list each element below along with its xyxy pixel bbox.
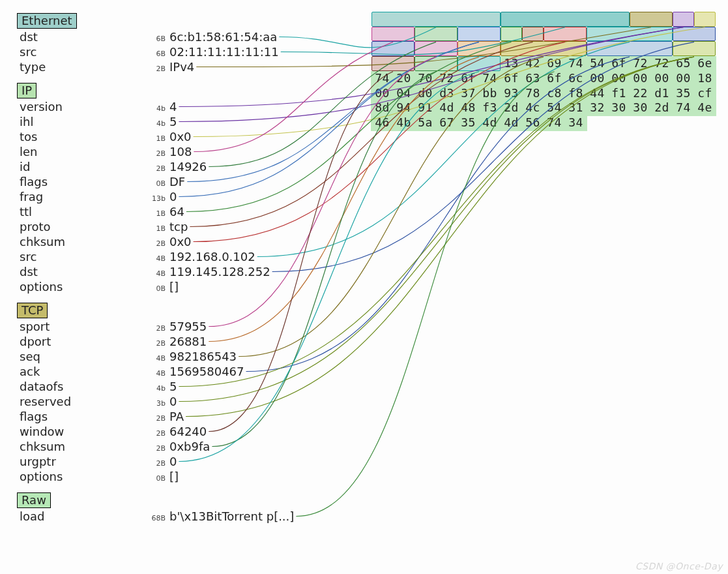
field-size: 4B	[143, 354, 169, 363]
field-value: 26881	[169, 335, 207, 348]
hex-row: 742070726f746f636f6c000000000018	[371, 71, 716, 86]
hex-byte: 48	[458, 100, 479, 115]
field-value: 4	[169, 100, 177, 113]
field-name: reserved	[17, 395, 143, 408]
hex-byte: 00	[371, 86, 393, 101]
hex-byte: cf	[694, 86, 716, 101]
hex-byte: 00	[694, 12, 716, 27]
hex-byte: 11	[565, 12, 587, 27]
hex-byte: 74	[371, 71, 393, 86]
field-value: 119.145.128.252	[169, 265, 270, 279]
field-ethernet-dst: dst6B6c:b1:58:61:54:aa	[17, 30, 369, 45]
hex-byte: 20	[393, 71, 415, 86]
hex-byte: 67	[436, 115, 458, 130]
field-ip-chksum: chksum2B0x0	[17, 235, 369, 250]
field-size: 4b	[143, 384, 169, 393]
hex-byte: e5	[630, 41, 651, 56]
field-name: dport	[17, 335, 143, 348]
hex-byte: 11	[544, 12, 565, 27]
field-tcp-dataofs: dataofs4b5	[17, 380, 369, 395]
field-ip-src: src4B192.168.0.102	[17, 250, 369, 265]
field-raw-load: load68Bb'\x13BitTorrent p[...]	[17, 509, 369, 524]
hex-byte: 78	[522, 86, 544, 101]
hex-byte: 00	[479, 56, 501, 71]
hex-byte: 31	[565, 100, 587, 115]
field-value: 5	[169, 380, 177, 393]
field-name: urgptr	[17, 455, 143, 468]
hex-byte: 00	[630, 27, 651, 42]
hex-byte: 00	[371, 27, 393, 42]
hex-row: 6cb1586154aa02111111111108004500	[371, 12, 716, 27]
hex-row: 80fce26369013a8afa2f5d8de5b35018	[371, 41, 716, 56]
field-value: 57955	[169, 320, 207, 333]
hex-byte: f3	[479, 100, 501, 115]
field-size: 4B	[143, 369, 169, 378]
field-name: chksum	[17, 440, 143, 453]
hex-byte: 00	[630, 71, 651, 86]
hex-byte: b1	[393, 12, 415, 27]
field-name: ack	[17, 365, 143, 378]
field-name: dst	[17, 30, 143, 44]
field-value: PA	[169, 410, 184, 423]
hex-byte: f8	[565, 86, 587, 101]
hex-byte: 4b	[393, 115, 415, 130]
hex-byte: 37	[458, 86, 479, 101]
hex-byte: 58	[415, 12, 436, 27]
hex-byte: 18	[694, 71, 716, 86]
hex-byte: 02	[501, 12, 522, 27]
field-ip-id: id2B14926	[17, 160, 369, 175]
field-value: 02:11:11:11:11:11	[169, 45, 279, 59]
field-name: ttl	[17, 205, 143, 219]
field-size: 13b	[143, 194, 169, 203]
layer-header-raw: Raw	[17, 492, 51, 508]
hex-row: 006c3a4e400040060000c0a800667791	[371, 27, 716, 42]
hex-byte: 6e	[694, 56, 716, 71]
field-value: tcp	[169, 220, 188, 234]
hex-byte: 70	[415, 71, 436, 86]
field-value: 982186543	[169, 350, 237, 363]
hex-byte: 00	[651, 12, 673, 27]
field-ip-proto: proto1Btcp	[17, 220, 369, 235]
field-size: 4B	[143, 254, 169, 263]
field-tcp-options: options0B[]	[17, 470, 369, 485]
field-value: 64240	[169, 425, 207, 438]
hex-row: 0004d0d337bb9378c8f844f122d135cf	[371, 86, 716, 101]
field-size: 2B	[143, 429, 169, 438]
hex-byte: 00	[608, 71, 630, 86]
field-ip-len: len2B108	[17, 145, 369, 160]
hex-byte: 32	[587, 100, 608, 115]
hex-byte: 22	[630, 86, 651, 101]
field-value: 0	[169, 395, 177, 408]
hex-byte: 6f	[458, 71, 479, 86]
field-name: dataofs	[17, 380, 143, 393]
field-value: 0	[169, 455, 177, 468]
hex-byte: fa	[371, 56, 393, 71]
field-size: 2B	[143, 65, 169, 73]
hex-byte: 00	[479, 27, 501, 42]
field-value: 5	[169, 115, 177, 128]
hex-byte: 4d	[436, 100, 458, 115]
hex-byte: 74	[479, 71, 501, 86]
field-value: []	[169, 280, 179, 294]
hex-byte: 6c	[371, 12, 393, 27]
field-value: IPv4	[169, 60, 194, 74]
field-value: 64	[169, 205, 184, 219]
field-size: 4B	[143, 269, 169, 278]
hex-byte: 30	[608, 100, 630, 115]
field-name: options	[17, 280, 143, 294]
hex-byte: b9	[415, 56, 436, 71]
field-ip-options: options0B[]	[17, 280, 369, 295]
hex-byte: 35	[673, 86, 694, 101]
hex-byte: 4c	[522, 100, 544, 115]
field-ethernet-src: src6B02:11:11:11:11:11	[17, 45, 369, 60]
field-name: type	[17, 60, 143, 74]
hex-byte: f0	[393, 56, 415, 71]
hex-byte: b3	[651, 41, 673, 56]
hex-byte: 63	[522, 71, 544, 86]
hex-byte: 74	[565, 56, 587, 71]
hex-row: 8d94914d48f32d4c54313230302d744e	[371, 100, 716, 115]
layer-header-tcp: TCP	[17, 303, 48, 318]
field-size: 2B	[143, 164, 169, 173]
hex-byte: 93	[501, 86, 522, 101]
field-size: 3b	[143, 399, 169, 408]
